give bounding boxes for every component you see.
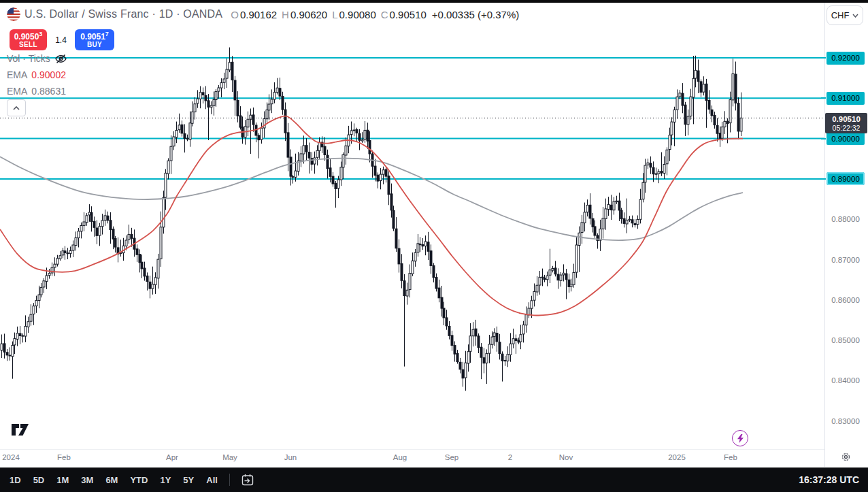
spread-value: 1.4 xyxy=(47,35,75,45)
price-tick-label: 0.88000 xyxy=(827,213,865,226)
time-axis-label: Aug xyxy=(393,453,407,461)
price-level-label[interactable]: 0.92000 xyxy=(827,52,865,65)
time-axis[interactable]: 2024FebAprMayJunAugSep2Nov2025Feb xyxy=(0,449,824,468)
range-button-5d[interactable]: 5D xyxy=(27,468,51,492)
time-axis-label: Feb xyxy=(724,453,737,461)
chart-window: U.S. Dollar / Swiss Franc · 1D · OANDA O… xyxy=(0,0,868,492)
ema-fast-label[interactable]: EMA xyxy=(7,69,27,80)
bar-countdown: 05:22:32 xyxy=(833,124,861,132)
legend-ema-slow-row: EMA 0.88631 xyxy=(7,86,66,97)
time-axis-label: 2025 xyxy=(668,453,686,461)
buy-button[interactable]: 0.90517 BUY xyxy=(75,29,114,50)
tradingview-logo[interactable] xyxy=(11,423,29,440)
calendar-icon xyxy=(241,473,254,487)
range-button-1m[interactable]: 1M xyxy=(50,468,75,492)
sell-price: 0.90503 xyxy=(10,31,47,42)
current-price-value: 0.90510 xyxy=(832,115,861,124)
volume-indicator-title[interactable]: Vol · Ticks xyxy=(7,53,50,64)
range-buttons: 1D5D1M3M6MYTD1Y5YAll xyxy=(3,468,224,492)
buy-label: BUY xyxy=(75,42,114,49)
time-axis-label: Jun xyxy=(284,453,297,461)
range-button-1d[interactable]: 1D xyxy=(3,468,27,492)
range-button-1y[interactable]: 1Y xyxy=(154,468,177,492)
legend-volume-row: Vol · Ticks xyxy=(7,53,67,64)
sell-label: SELL xyxy=(10,42,47,49)
time-axis-label: Apr xyxy=(166,453,178,461)
collapse-legend-button[interactable] xyxy=(7,99,26,116)
price-tick-label: 0.87000 xyxy=(827,253,865,266)
price-tick-label: 0.86000 xyxy=(827,293,865,306)
price-tick-label: 0.85000 xyxy=(827,334,865,347)
price-tick-label: 0.84000 xyxy=(827,374,865,387)
current-price-label: 0.9051005:22:32 xyxy=(825,113,867,133)
time-axis-label: Feb xyxy=(57,453,71,461)
sell-button[interactable]: 0.90503 SELL xyxy=(10,29,47,50)
eye-off-icon[interactable] xyxy=(54,54,67,64)
range-button-6m[interactable]: 6M xyxy=(99,468,124,492)
range-button-all[interactable]: All xyxy=(200,468,224,492)
buy-price: 0.90517 xyxy=(75,31,114,42)
price-scale[interactable]: 0.920000.910000.900000.890000.880000.870… xyxy=(824,3,868,467)
range-button-ytd[interactable]: YTD xyxy=(124,468,154,492)
price-level-label[interactable]: 0.89000 xyxy=(827,172,865,185)
price-tick-label: 0.83000 xyxy=(827,414,865,427)
trade-panel: 0.90503 SELL 1.4 0.90517 BUY xyxy=(10,29,114,50)
price-level-label[interactable]: 0.91000 xyxy=(827,92,865,105)
time-axis-label: 2024 xyxy=(2,453,20,461)
axis-settings-gear-icon[interactable] xyxy=(841,452,851,465)
time-axis-label: Sep xyxy=(445,453,458,461)
ema-slow-label[interactable]: EMA xyxy=(7,86,27,97)
legend-ema-fast-row: EMA 0.90002 xyxy=(7,69,66,80)
toolbar-divider xyxy=(229,474,230,486)
price-level-label[interactable]: 0.90000 xyxy=(827,132,865,145)
currency-label: CHF xyxy=(831,10,850,20)
currency-dropdown[interactable]: CHF xyxy=(827,5,863,25)
bottom-toolbar: 1D5D1M3M6MYTD1Y5YAll 16:37:28 UTC xyxy=(0,468,868,492)
go-to-date-button[interactable] xyxy=(235,473,260,487)
toolbar-clock[interactable]: 16:37:28 UTC xyxy=(799,474,859,485)
price-chart-canvas[interactable] xyxy=(0,0,824,449)
chevron-down-icon xyxy=(852,14,858,18)
range-button-5y[interactable]: 5Y xyxy=(177,468,200,492)
time-axis-label: 2 xyxy=(508,453,512,461)
time-axis-label: May xyxy=(222,453,237,461)
ema-fast-value: 0.90002 xyxy=(31,69,66,80)
time-axis-label: Nov xyxy=(559,453,573,461)
economic-event-lightning-icon[interactable] xyxy=(732,430,748,446)
range-button-3m[interactable]: 3M xyxy=(75,468,99,492)
ema-slow-value: 0.88631 xyxy=(31,86,66,97)
